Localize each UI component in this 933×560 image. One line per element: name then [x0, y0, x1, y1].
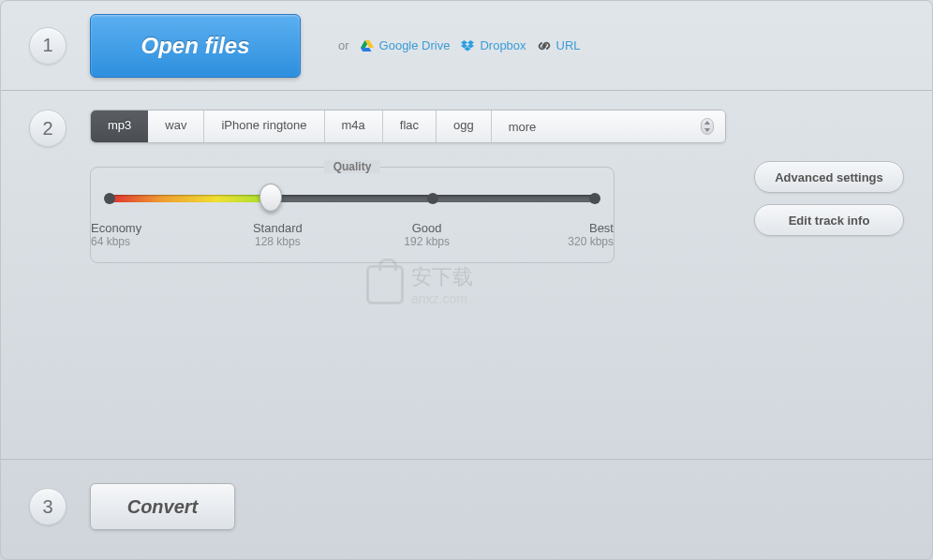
step-2-section: 2 mp3 wav iPhone ringtone m4a flac ogg m… [1, 90, 932, 460]
slider-tick-0 [104, 193, 115, 204]
more-dropdown-icon [701, 118, 714, 135]
format-tab-m4a[interactable]: m4a [325, 111, 383, 142]
step-badge-2: 2 [29, 110, 67, 147]
format-tab-wav[interactable]: wav [148, 111, 204, 142]
svg-marker-3 [361, 48, 372, 52]
dropbox-label: Dropbox [480, 38, 526, 52]
or-label: or [338, 38, 349, 52]
slider-fill [110, 195, 271, 202]
step-3-section: 3 Convert [1, 460, 932, 553]
google-drive-icon [361, 40, 374, 52]
format-tab-iphone[interactable]: iPhone ringtone [204, 111, 324, 142]
audio-converter-app: 1 Open files or Google Drive Dropbox URL… [0, 0, 933, 560]
slider-tick-3 [589, 193, 600, 204]
format-tab-more[interactable]: more [492, 111, 725, 142]
slider-tick-2 [427, 193, 438, 204]
format-tabs: mp3 wav iPhone ringtone m4a flac ogg mor… [90, 110, 726, 143]
source-options: or Google Drive Dropbox URL [338, 38, 581, 52]
format-tab-mp3[interactable]: mp3 [91, 111, 148, 142]
dropbox-link[interactable]: Dropbox [461, 38, 526, 52]
quality-panel: Quality Economy 64 kbps [90, 167, 615, 263]
dropbox-icon [461, 40, 474, 52]
google-drive-label: Google Drive [379, 38, 451, 52]
advanced-settings-button[interactable]: Advanced settings [754, 161, 904, 193]
quality-label-standard: Standard 128 kbps [240, 221, 315, 248]
url-link[interactable]: URL [538, 38, 581, 52]
format-quality-area: mp3 wav iPhone ringtone m4a flac ogg mor… [90, 110, 726, 263]
side-buttons: Advanced settings Edit track info [754, 161, 904, 263]
step-1-section: 1 Open files or Google Drive Dropbox URL [1, 1, 932, 90]
google-drive-link[interactable]: Google Drive [361, 38, 451, 52]
format-tab-ogg[interactable]: ogg [437, 111, 492, 142]
format-tab-flac[interactable]: flac [383, 111, 437, 142]
more-label: more [509, 120, 537, 134]
slider-thumb[interactable] [259, 184, 282, 212]
step-badge-1: 1 [29, 27, 67, 65]
url-label: URL [556, 38, 581, 52]
quality-title: Quality [324, 160, 380, 173]
quality-labels: Economy 64 kbps Standard 128 kbps Good 1… [110, 221, 595, 248]
edit-track-info-button[interactable]: Edit track info [754, 204, 904, 236]
step-badge-3: 3 [29, 488, 67, 525]
link-icon [538, 40, 551, 52]
quality-label-best: Best 320 kbps [539, 221, 614, 248]
quality-slider[interactable] [110, 185, 595, 214]
quality-label-economy: Economy 64 kbps [91, 221, 166, 248]
convert-button[interactable]: Convert [90, 483, 235, 530]
quality-label-good: Good 192 kbps [390, 221, 465, 248]
open-files-button[interactable]: Open files [90, 14, 301, 78]
